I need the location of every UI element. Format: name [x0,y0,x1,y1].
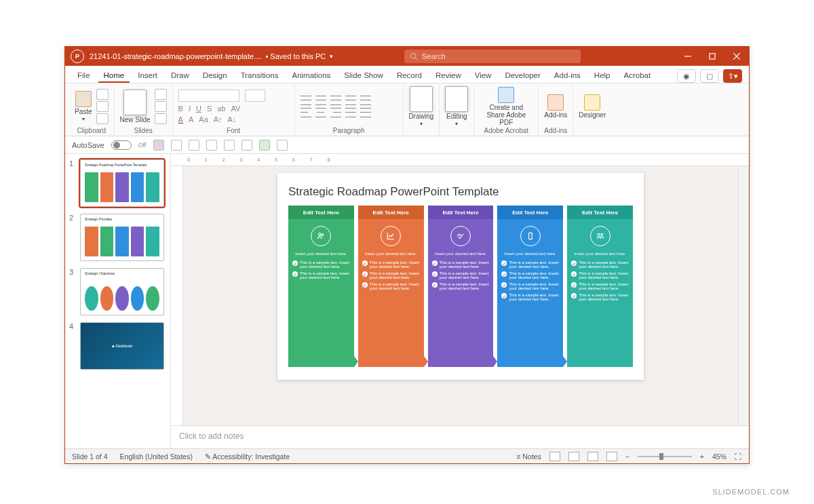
present-pill-button[interactable]: ▢ [700,69,719,83]
notes-pane[interactable]: Click to add notes [171,425,749,448]
close-button[interactable] [724,47,749,66]
italic-button[interactable]: I [189,104,191,113]
thumbnail-1[interactable]: 1 Strategic Roadmap PowerPoint Template [69,159,166,207]
search-input[interactable]: Search [404,50,581,63]
start-slideshow-button[interactable] [259,140,270,151]
font-family-select[interactable] [178,90,239,102]
slide-counter[interactable]: Slide 1 of 4 [72,452,108,461]
zoom-out-button[interactable]: − [625,452,629,461]
font-size-select[interactable] [245,90,265,102]
share-button[interactable]: ⇪▾ [723,69,742,83]
roadmap-column-2[interactable]: Edit Text Here Insert your desired text … [358,206,424,367]
chevron-down-icon[interactable]: ▾ [330,53,333,60]
zoom-slider[interactable] [638,456,692,457]
roadmap-column-4[interactable]: Edit Text Here Insert your desired text … [497,206,563,367]
tab-help[interactable]: Help [589,69,616,83]
tab-record[interactable]: Record [391,69,427,83]
record-pill-button[interactable]: ◉ [677,69,696,83]
tab-addins[interactable]: Add-ins [549,69,586,83]
thumbnail-3[interactable]: 3 Strategic Objectives [69,268,166,315]
strike-button[interactable]: S [207,104,212,113]
tab-acrobat[interactable]: Acrobat [619,69,657,83]
more-button[interactable] [277,140,288,151]
tab-file[interactable]: File [72,69,96,83]
svg-point-0 [411,54,416,59]
save-button[interactable] [153,140,164,151]
group-addins: Add-ins Add-ins [539,85,573,136]
tab-animations[interactable]: Animations [286,69,336,83]
justify-button[interactable] [345,108,356,117]
drawing-button[interactable]: Drawing▾ [409,86,434,127]
copy-button[interactable] [96,101,109,112]
normal-view-button[interactable] [549,452,560,461]
roadmap-column-5[interactable]: Edit Text Here Insert your desired text … [567,206,633,367]
format-painter-button[interactable] [96,113,109,124]
shrink-font-button[interactable]: A↓ [228,115,237,123]
maximize-button[interactable] [700,47,724,66]
section-button[interactable] [155,113,167,124]
slide-title[interactable]: Strategic Roadmap PowerPoint Template [288,185,633,199]
tab-developer[interactable]: Developer [499,69,545,83]
bullets-button[interactable] [301,96,311,105]
indent-inc-button[interactable] [345,96,356,105]
redo-button[interactable] [189,140,199,151]
adobe-pdf-button[interactable]: Create and Share Adobe PDF [480,87,532,126]
fit-to-window-button[interactable]: ⛶ [735,452,742,461]
ribbon-tabs: File Home Insert Draw Design Transitions… [65,66,749,83]
new-slide-button[interactable]: New Slide [120,90,151,123]
vertical-scrollbar[interactable] [738,166,749,425]
grow-font-button[interactable]: A↑ [214,115,222,123]
tab-view[interactable]: View [469,69,497,83]
undo-button[interactable] [171,140,182,151]
columns-button[interactable] [360,108,371,117]
indent-dec-button[interactable] [330,96,341,105]
minimize-button[interactable] [676,47,700,66]
tab-slideshow[interactable]: Slide Show [338,69,389,83]
layout-button[interactable] [155,89,167,100]
tab-insert[interactable]: Insert [132,69,163,83]
zoom-in-button[interactable]: + [700,452,704,461]
editing-button[interactable]: Editing▾ [445,86,468,127]
open-button[interactable] [206,140,217,151]
align-right-button[interactable] [330,108,341,117]
sorter-view-button[interactable] [568,452,579,461]
tab-draw[interactable]: Draw [166,69,195,83]
roadmap-column-1[interactable]: Edit Text Here Insert your desired text … [288,206,354,367]
numbering-button[interactable] [315,96,326,105]
reset-button[interactable] [155,101,167,112]
shadow-button[interactable]: ab [217,104,225,113]
highlight-button[interactable]: A [189,115,193,123]
tab-review[interactable]: Review [430,69,467,83]
tab-home[interactable]: Home [98,69,130,83]
line-spacing-button[interactable] [360,96,371,105]
bold-button[interactable]: B [178,104,183,113]
thumbnail-4[interactable]: 4 ◆ SlideModel [69,322,166,370]
cut-button[interactable] [96,89,109,100]
change-case-button[interactable]: Aa [199,115,208,123]
font-color-button[interactable]: A [178,115,183,123]
accessibility-indicator[interactable]: ✎ Accessibility: Investigate [205,452,290,461]
notes-toggle[interactable]: ≡ Notes [516,452,541,461]
new-button[interactable] [224,140,235,151]
spacing-button[interactable]: AV [231,104,241,113]
underline-button[interactable]: U [196,104,201,113]
tab-design[interactable]: Design [197,69,233,83]
save-status[interactable]: • Saved to this PC [263,52,326,60]
addins-button[interactable]: Add-ins [544,94,567,119]
touch-mode-button[interactable] [241,140,252,151]
align-center-button[interactable] [315,108,326,117]
align-left-button[interactable] [301,108,311,117]
current-slide[interactable]: Strategic Roadmap PowerPoint Template Ed… [277,173,644,380]
zoom-level[interactable]: 45% [712,452,726,461]
designer-button[interactable]: Designer [579,94,606,119]
tab-transitions[interactable]: Transitions [235,69,284,83]
paste-button[interactable]: Paste▾ [75,91,92,122]
slideshow-view-button[interactable] [606,452,617,461]
autosave-toggle[interactable] [111,140,132,150]
slide-editing-area[interactable]: Strategic Roadmap PowerPoint Template Ed… [183,166,738,425]
thumbnail-2[interactable]: 2 Strategic Priorities [69,214,166,261]
group-adobe: Create and Share Adobe PDF Adobe Acrobat [474,85,539,136]
roadmap-column-3[interactable]: Edit Text Here Insert your desired text … [428,206,494,367]
language-indicator[interactable]: English (United States) [120,452,193,461]
reading-view-button[interactable] [587,452,598,461]
